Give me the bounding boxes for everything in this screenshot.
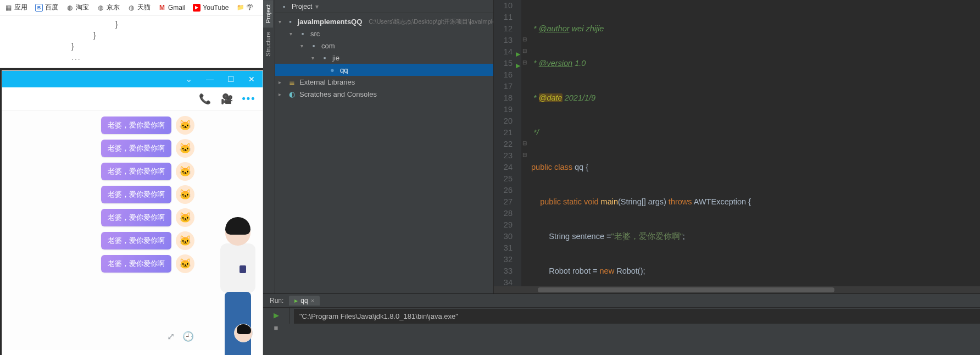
expand-icon[interactable]: ▾: [289, 31, 295, 37]
bookmark-gmail[interactable]: Gmail: [158, 4, 185, 12]
message-bubble[interactable]: 老婆，爱你爱你啊: [101, 163, 171, 180]
fold-column[interactable]: ⊟ ⊟ ⊟ ⊟ ⊟ ⊟: [521, 0, 529, 293]
chevron-down-icon[interactable]: ⌄: [181, 71, 197, 87]
sender-avatar-icon[interactable]: [176, 254, 194, 273]
run-tab-qq[interactable]: ▸ qq ×: [289, 296, 320, 306]
run-side-toolbar: ▶ ■: [263, 308, 289, 324]
run-label: Run:: [270, 297, 283, 304]
voice-call-icon[interactable]: 📞: [199, 93, 211, 105]
bookmark-youtube[interactable]: YouTube: [193, 4, 229, 12]
message-bubble[interactable]: 老婆，爱你爱你啊: [101, 209, 171, 226]
message-bubble[interactable]: 老婆，爱你爱你啊: [101, 140, 171, 157]
message-list[interactable]: 老婆，爱你爱你啊老婆，爱你爱你啊老婆，爱你爱你啊老婆，爱你爱你啊老婆，爱你爱你啊…: [2, 110, 200, 350]
chevron-down-icon[interactable]: ▾: [315, 3, 319, 10]
qq-chat-body: 老婆，爱你爱你啊老婆，爱你爱你啊老婆，爱你爱你啊老婆，爱你爱你啊老婆，爱你爱你啊…: [2, 110, 263, 350]
line-number[interactable]: 24: [494, 162, 521, 173]
line-number[interactable]: 30: [494, 231, 521, 242]
line-number[interactable]: 18: [494, 92, 521, 104]
tab-structure[interactable]: Structure: [263, 27, 273, 61]
bookmark-taobao[interactable]: 淘宝: [66, 3, 89, 12]
minimize-icon[interactable]: —: [202, 71, 218, 87]
more-icon[interactable]: •••: [243, 93, 255, 105]
tab-project[interactable]: Project: [263, 0, 273, 27]
line-number[interactable]: 27: [494, 196, 521, 208]
line-number[interactable]: 22: [494, 138, 521, 150]
folder-icon: [298, 30, 307, 38]
tree-qq-class[interactable]: qq: [275, 64, 493, 76]
editor-gutter[interactable]: 1011121314▶15▶16171819202122232425262728…: [494, 0, 521, 293]
line-number[interactable]: 29: [494, 219, 521, 231]
line-number[interactable]: 15▶: [494, 58, 521, 69]
line-number[interactable]: 23: [494, 150, 521, 162]
editor-horizontal-scrollbar[interactable]: [494, 286, 980, 293]
expand-icon[interactable]: ▸: [279, 79, 284, 85]
scratch-icon: [287, 90, 296, 98]
line-number[interactable]: 26: [494, 185, 521, 196]
line-number[interactable]: 11: [494, 12, 521, 23]
clock-icon[interactable]: 🕘: [182, 331, 194, 342]
fold-icon[interactable]: ⊟: [522, 140, 527, 146]
bookmark-baidu[interactable]: 百度: [35, 3, 58, 12]
code-area[interactable]: * @author wei zhijie * @version 1.0 * @d…: [529, 0, 980, 293]
message-bubble[interactable]: 老婆，爱你爱你啊: [101, 255, 171, 273]
video-call-icon[interactable]: 🎥: [221, 93, 233, 105]
line-number[interactable]: 28: [494, 208, 521, 219]
sender-avatar-icon[interactable]: [176, 162, 194, 181]
bookmark-apps[interactable]: 应用: [4, 3, 27, 12]
expand-icon[interactable]: ▾: [311, 55, 317, 61]
close-icon[interactable]: ✕: [244, 71, 259, 87]
bookmark-tmall[interactable]: 天猫: [127, 3, 151, 12]
tree-com[interactable]: ▾com: [275, 40, 493, 52]
code-editor[interactable]: 1011121314▶15▶16171819202122232425262728…: [494, 0, 980, 293]
fold-icon[interactable]: ⊟: [522, 36, 527, 42]
sender-avatar-icon[interactable]: [176, 116, 194, 135]
line-number[interactable]: 32: [494, 254, 521, 265]
sender-avatar-icon[interactable]: [176, 139, 194, 158]
bookmark-folder[interactable]: 学: [237, 3, 253, 12]
expand-icon[interactable]: ▸: [279, 91, 284, 97]
line-number[interactable]: 20: [494, 115, 521, 127]
line-number[interactable]: 33: [494, 265, 521, 277]
fold-icon[interactable]: ⊟: [522, 48, 527, 54]
message-row: 老婆，爱你爱你啊: [2, 114, 200, 137]
line-number[interactable]: 10: [494, 0, 521, 12]
project-tree[interactable]: ▾ javaImplementsQQ C:\Users\魏志杰\Desktop\…: [275, 13, 493, 100]
line-number[interactable]: 17: [494, 81, 521, 92]
tree-scratches[interactable]: ▸Scratches and Consoles: [275, 88, 493, 100]
stop-icon[interactable]: ■: [274, 324, 279, 332]
expand-icon[interactable]: ▾: [300, 43, 306, 49]
message-bubble[interactable]: 老婆，爱你爱你啊: [101, 232, 171, 249]
line-number[interactable]: 12: [494, 23, 521, 35]
maximize-icon[interactable]: ☐: [223, 71, 238, 87]
tree-src[interactable]: ▾src: [275, 27, 493, 40]
close-tab-icon[interactable]: ×: [311, 297, 314, 304]
message-row: 老婆，爱你爱你啊: [2, 252, 200, 275]
sender-avatar-icon[interactable]: [176, 208, 194, 227]
fold-icon[interactable]: ⊟: [522, 59, 527, 65]
qq-titlebar[interactable]: ⌄ — ☐ ✕: [2, 71, 263, 87]
line-number[interactable]: 16: [494, 69, 521, 81]
line-number[interactable]: 31: [494, 242, 521, 254]
tree-external-libs[interactable]: ▸External Libraries: [275, 76, 493, 88]
tree-root[interactable]: ▾ javaImplementsQQ C:\Users\魏志杰\Desktop\…: [275, 15, 493, 27]
line-number[interactable]: 19: [494, 104, 521, 115]
scrollbar-thumb[interactable]: [538, 287, 834, 292]
line-number[interactable]: 13: [494, 35, 521, 46]
line-number[interactable]: 21: [494, 127, 521, 138]
expand-icon[interactable]: ▾: [279, 19, 283, 25]
tree-jie[interactable]: ▾jie: [275, 52, 493, 64]
rerun-icon[interactable]: ▶: [274, 311, 279, 319]
sender-avatar-icon[interactable]: [176, 185, 194, 204]
line-number[interactable]: 25: [494, 173, 521, 185]
sender-avatar-icon[interactable]: [176, 231, 194, 250]
project-toolbar-label: Project: [292, 3, 312, 10]
message-bubble[interactable]: 老婆，爱你爱你啊: [101, 117, 171, 134]
message-bubble[interactable]: 老婆，爱你爱你啊: [101, 186, 171, 203]
run-console-output[interactable]: "C:\Program Files\Java\jdk1.8.0_181\bin\…: [294, 309, 980, 324]
fold-icon[interactable]: ⊟: [522, 152, 527, 158]
globe-icon: [97, 4, 104, 12]
expand-icon[interactable]: ⤢: [167, 331, 175, 342]
bookmark-jd[interactable]: 京东: [97, 3, 120, 12]
line-number[interactable]: 14▶: [494, 46, 521, 58]
self-avatar[interactable]: [234, 324, 253, 342]
